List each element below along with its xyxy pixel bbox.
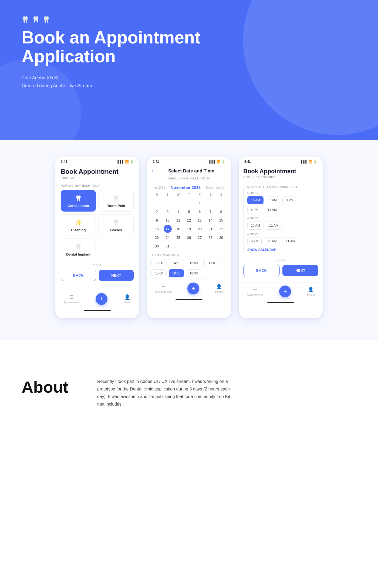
cal-cell-11[interactable]: 11 [174, 216, 182, 224]
cal-cell-10[interactable]: 10 [164, 216, 172, 224]
cal-cell-26[interactable]: 26 [185, 233, 193, 242]
cal-cell-20[interactable]: 20 [196, 225, 204, 233]
cal-row-6: 30 31 [151, 242, 227, 250]
slot-nov17-3pm[interactable]: 3 PM [282, 196, 297, 204]
cal-cell-5[interactable]: 5 [185, 208, 193, 216]
date-section-nov23: NOV 23 10 AM 11 AM [247, 217, 314, 230]
service-tooth-pain[interactable]: 🦷 Tooth Pain [99, 190, 134, 212]
slot-nov25-9am[interactable]: 9 AM [247, 237, 262, 245]
cal-cell-1[interactable]: 1 [196, 199, 204, 207]
phone-screen1: 9:41 ▌▌▌ 📶 🔋 Book Appointment Erick Su N… [55, 157, 139, 318]
phone-screen2: 9:41 ▌▌▌ 📶 🔋 ‹ Select Date and Time Sele… [147, 157, 231, 318]
bottom-nav-2: ☰ Appointments + 👤 Profile [147, 280, 231, 298]
profile-label-3: Profile [307, 293, 315, 296]
cal-cell-16[interactable]: 16 [153, 225, 161, 233]
nav-profile-1[interactable]: 👤 Profile [123, 294, 131, 304]
cal-cell-6[interactable]: 6 [196, 208, 204, 216]
slot-1500a[interactable]: 15:00 [186, 259, 201, 267]
slot-1430a[interactable]: 14:30 [169, 259, 184, 267]
cal-cell-15[interactable]: 15 [217, 216, 225, 224]
cal-cell-8[interactable]: 8 [217, 208, 225, 216]
cal-cell-2[interactable]: 2 [153, 208, 161, 216]
nav-profile-2[interactable]: 👤 Profile [215, 284, 223, 293]
slot-1800[interactable]: 18:00 [169, 269, 184, 277]
show-calendar-link[interactable]: SHOW CALENDAR [247, 248, 314, 252]
nav-fab-2[interactable]: + [187, 283, 199, 294]
screen1-body: Book Appointment Erick Su NOW WE MAY HEL… [55, 165, 139, 290]
slots-section: SLOTS AVAILABLE 11:00 14:30 15:00 14:30 … [147, 251, 231, 280]
screen3-next-button[interactable]: NEXT [282, 265, 318, 276]
nav-profile-3[interactable]: 👤 Profile [307, 287, 315, 296]
cal-cell-3[interactable]: 3 [164, 208, 172, 216]
slot-nov17-4pm[interactable]: 4 PM [247, 206, 262, 214]
slot-nov17-1pm[interactable]: 1 PM [266, 196, 280, 204]
cal-cell-24[interactable]: 24 [164, 233, 172, 242]
prev-month-label: er 2018 [154, 186, 166, 189]
cal-cell-4[interactable]: 4 [174, 208, 182, 216]
appointments-icon-3: ☰ [253, 287, 257, 293]
cal-cell-17-today[interactable]: 17 [164, 225, 172, 233]
cal-cell-19[interactable]: 19 [185, 225, 193, 233]
cal-cell-21[interactable]: 21 [206, 225, 214, 233]
cal-cell-7[interactable]: 7 [206, 208, 214, 216]
bottom-nav-1: ☰ Appointments + 👤 Profile [55, 290, 139, 309]
calendar-month-nav: er 2018 November 2018 December 2 [147, 183, 231, 192]
cal-cell-empty-6 [217, 199, 225, 207]
cal-cell-28[interactable]: 28 [206, 233, 214, 242]
screen1-next-button[interactable]: NEXT [99, 270, 134, 281]
nav-appointments-3[interactable]: ☰ Appointments [247, 287, 263, 296]
screen1-buttons: BACK NEXT [61, 270, 134, 281]
slot-nov25-11am-1[interactable]: 11 AM [264, 237, 280, 245]
profile-icon-3: 👤 [308, 287, 314, 293]
cal-cell-14[interactable]: 14 [206, 216, 214, 224]
slot-1100[interactable]: 11:00 [151, 259, 167, 267]
slot-nov23-10am[interactable]: 10 AM [247, 222, 264, 230]
cal-cell-23[interactable]: 23 [153, 233, 161, 242]
cal-cell-29[interactable]: 29 [217, 233, 225, 242]
fab-plus-icon-3: + [284, 288, 287, 295]
cal-cell-22[interactable]: 22 [217, 225, 225, 233]
appointments-label-2: Appointments [155, 290, 171, 293]
cal-cell-9[interactable]: 9 [153, 216, 161, 224]
slot-nov23-11am[interactable]: 11 AM [266, 222, 282, 230]
cal-cell-25[interactable]: 25 [174, 233, 182, 242]
service-cleaning[interactable]: ✨ Cleaning [61, 214, 96, 236]
nav-fab-3[interactable]: + [279, 285, 291, 297]
day-header-F: F [194, 192, 205, 197]
nearest-label: NEAREST ALAN PETERSON SLOTS [247, 186, 314, 189]
cal-cell-12[interactable]: 12 [185, 216, 193, 224]
cal-cell-30[interactable]: 30 [153, 242, 161, 250]
battery-icon-3: 🔋 [313, 160, 317, 164]
slot-nov17-11am[interactable]: 11 AM [247, 196, 264, 204]
screen1-title: Book Appointment [61, 168, 134, 175]
service-dental-implant[interactable]: 🦷 Dental Implant [61, 239, 96, 260]
back-arrow-icon[interactable]: ‹ [151, 168, 153, 174]
dental-implant-label: Dental Implant [66, 252, 90, 256]
time-1: 9:41 [61, 160, 67, 164]
bottom-nav-3: ☰ Appointments + 👤 Profile [239, 283, 323, 301]
service-brases[interactable]: 🦷 Brases [99, 214, 134, 236]
cal-cell-27[interactable]: 27 [196, 233, 204, 242]
cal-row-2: 2 3 4 5 6 7 8 [151, 208, 227, 216]
nav-appointments-1[interactable]: ☰ Appointments [63, 294, 80, 304]
screen1-back-button[interactable]: BACK [61, 270, 96, 281]
slot-nov25-11am-2[interactable]: 11 AM [282, 237, 298, 245]
signal-icon-2: ▌▌▌ [210, 160, 216, 163]
wifi-icon: 📶 [125, 160, 129, 164]
nav-appointments-2[interactable]: ☰ Appointments [155, 284, 171, 293]
cal-cell-18[interactable]: 18 [174, 225, 182, 233]
time-2: 9:41 [153, 160, 159, 164]
slot-nov17-11am-2[interactable]: 11 AM [264, 206, 280, 214]
screen3-back-button[interactable]: BACK [243, 265, 280, 276]
slot-1830[interactable]: 18:30 [186, 269, 201, 277]
service-consultation[interactable]: 🦷 Consultation [61, 190, 96, 212]
nav-fab-1[interactable]: + [96, 293, 107, 305]
appointments-icon-2: ☰ [161, 284, 166, 290]
cal-cell-31[interactable]: 31 [164, 242, 172, 250]
cal-cell-13[interactable]: 13 [196, 216, 204, 224]
slot-1500b[interactable]: 15:00 [151, 269, 167, 277]
brases-label: Brases [110, 228, 122, 232]
screen3-buttons: BACK NEXT [243, 265, 318, 276]
slot-1430b[interactable]: 14:30 [203, 259, 218, 267]
screen2-subtitle: Select time to visit Erick Su [147, 176, 231, 183]
